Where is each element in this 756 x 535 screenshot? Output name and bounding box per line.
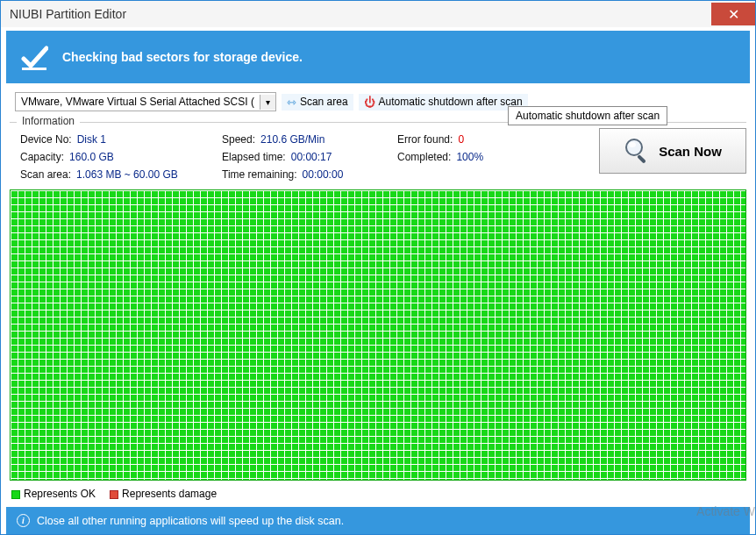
window-title: NIUBI Partition Editor [10,7,711,21]
scan-area-label: Scan area [300,96,348,108]
close-icon: ✕ [728,6,739,23]
speed-value: 210.6 GB/Min [260,133,325,146]
legend-damage: Represents damage [110,488,217,500]
watermark: Activate W [696,504,755,518]
device-dropdown[interactable]: VMware, VMware Virtual S Serial Attached… [15,92,276,111]
tooltip-text: Automatic shutdown after scan [516,110,660,122]
legend-ok: Represents OK [11,488,96,500]
svg-point-2 [629,142,636,147]
chevron-down-icon: ▾ [260,95,275,110]
scan-area-button[interactable]: ⇿ Scan area [282,94,353,111]
capacity-value: 160.0 GB [69,151,114,163]
scan-area-value: 1.063 MB ~ 60.00 GB [76,168,178,181]
auto-shutdown-label: Automatic shutdown after scan [379,96,523,108]
footer-text: Close all other running applications wil… [37,515,344,527]
remaining-key: Time remaining: [222,168,297,181]
titlebar: NIUBI Partition Editor ✕ [1,1,755,27]
svg-rect-3 [637,154,646,163]
error-value: 0 [458,133,464,146]
check-icon [20,43,48,71]
elapsed-value: 00:00:17 [291,151,332,163]
completed-value: 100% [456,151,483,163]
legend: Represents OK Represents damage [1,481,755,507]
power-icon: ⏻ [364,96,375,109]
status-banner: Checking bad sectors for storage device. [6,31,750,83]
device-no-value: Disk 1 [77,133,106,146]
magnifier-icon [624,137,650,166]
range-icon: ⇿ [287,96,296,109]
svg-point-1 [626,139,642,155]
speed-key: Speed: [222,133,255,146]
ok-swatch-icon [11,490,20,499]
elapsed-key: Elapsed time: [222,151,286,163]
scan-now-button[interactable]: Scan Now [599,128,746,174]
info-icon: i [17,514,30,527]
completed-key: Completed: [397,151,451,163]
banner-text: Checking bad sectors for storage device. [62,50,303,64]
remaining-value: 00:00:00 [303,168,344,181]
scan-area-key: Scan area: [20,168,71,181]
device-no-key: Device No: [20,133,72,146]
info-section-label: Information [17,115,80,127]
scan-now-label: Scan Now [659,144,722,159]
tooltip: Automatic shutdown after scan [508,106,667,125]
error-key: Error found: [397,133,453,146]
device-selected-label: VMware, VMware Virtual S Serial Attached… [16,93,260,111]
svg-rect-0 [22,68,46,70]
sector-map [10,189,746,481]
close-button[interactable]: ✕ [711,3,755,25]
information-section: Information Device No:Disk 1 Capacity:16… [10,122,746,189]
app-window: NIUBI Partition Editor ✕ Checking bad se… [0,0,756,535]
footer-tip: i Close all other running applications w… [6,507,750,534]
auto-shutdown-button[interactable]: ⏻ Automatic shutdown after scan [359,94,528,111]
damage-swatch-icon [110,490,118,499]
capacity-key: Capacity: [20,151,64,163]
